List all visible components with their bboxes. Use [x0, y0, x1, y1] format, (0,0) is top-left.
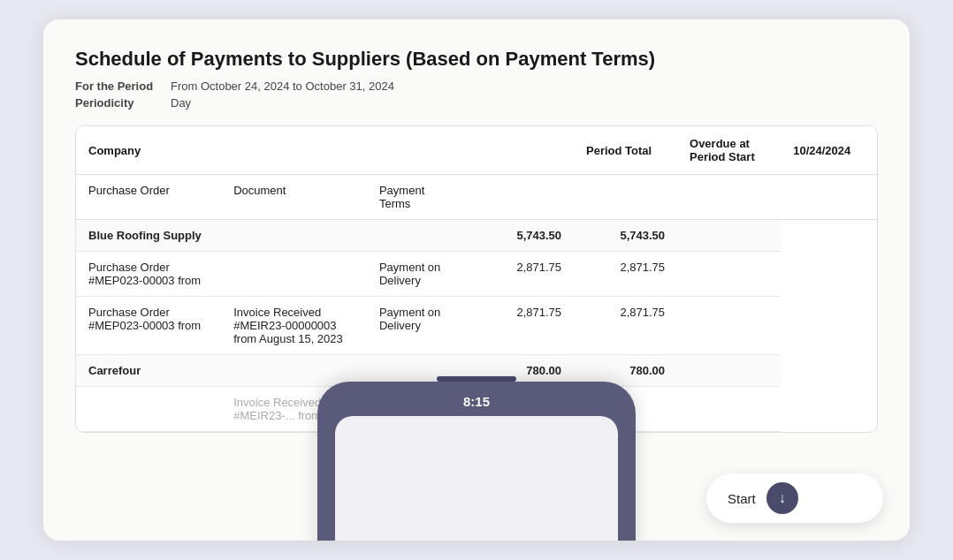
company-name: Blue Roofing Supply [76, 220, 221, 252]
detail-date-val [677, 252, 781, 297]
company-overdue: 5,743.50 [574, 220, 677, 252]
start-button[interactable]: Start ↓ [706, 473, 883, 523]
partial-date-val [677, 387, 781, 432]
detail-overdue: 2,871.75 [574, 252, 677, 297]
company-period-total: 5,743.50 [470, 220, 574, 252]
date-col-header2 [677, 175, 781, 220]
detail-period-total: 2,871.75 [470, 252, 574, 297]
detail-payment-terms: Payment on Delivery [367, 252, 470, 297]
detail-document [221, 252, 367, 297]
phone-overlay: 8:15 [317, 382, 636, 541]
start-circle-icon[interactable]: ↓ [766, 482, 798, 514]
company-group-header: Company [76, 126, 470, 175]
payment-terms-header-spacer [470, 126, 574, 175]
document-col-header: Document [221, 175, 367, 220]
overdue-header: Overdue at Period Start [677, 126, 781, 175]
phone-time: 8:15 [463, 394, 490, 409]
detail-purchase-order: Purchase Order #MEP023-00003 from [76, 252, 221, 297]
date-col-header: 10/24/2024 [781, 126, 877, 175]
detail2-document: Invoice Received #MEIR23-00000003 from A… [221, 297, 367, 355]
phone-status-bar: 8:15 [317, 394, 636, 409]
period-value: From October 24, 2024 to October 31, 202… [171, 79, 394, 93]
purchase-order-col-header: Purchase Order [76, 175, 221, 220]
phone-notch [437, 376, 516, 382]
detail2-overdue: 2,871.75 [574, 297, 677, 355]
table-row: Purchase Order #MEP023-00003 from Invoic… [76, 297, 877, 355]
detail2-date-val [677, 297, 781, 355]
detail2-payment-terms: Payment on Delivery [367, 297, 470, 355]
periodicity-row: Periodicity Day [75, 96, 878, 110]
period-total-col-header2 [470, 175, 574, 220]
table-row: Blue Roofing Supply 5,743.50 5,743.50 [76, 220, 877, 252]
period-total-header: Period Total [574, 126, 677, 175]
report-title: Schedule of Payments to Suppliers (Based… [75, 48, 878, 71]
report-card: Schedule of Payments to Suppliers (Based… [43, 19, 910, 541]
period-label: For the Period [75, 79, 164, 93]
company2-date-val [677, 355, 781, 387]
extra-header [781, 175, 877, 220]
company-payment-terms [367, 220, 470, 252]
period-row: For the Period From October 24, 2024 to … [75, 79, 878, 93]
start-label: Start [728, 491, 756, 506]
table-row: Purchase Order #MEP023-00003 from Paymen… [76, 252, 877, 297]
company-document [221, 220, 367, 252]
partial-purchase-order [76, 387, 221, 432]
periodicity-value: Day [171, 96, 191, 110]
down-arrow-icon: ↓ [779, 490, 786, 506]
phone-screen [335, 416, 618, 541]
periodicity-label: Periodicity [75, 96, 164, 110]
company-date-val [677, 220, 781, 252]
detail2-period-total: 2,871.75 [470, 297, 574, 355]
overdue-col-header2 [574, 175, 677, 220]
company2-name: Carrefour [76, 355, 221, 387]
detail2-purchase-order: Purchase Order #MEP023-00003 from [76, 297, 221, 355]
payment-terms-col-header: Payment Terms [367, 175, 470, 220]
